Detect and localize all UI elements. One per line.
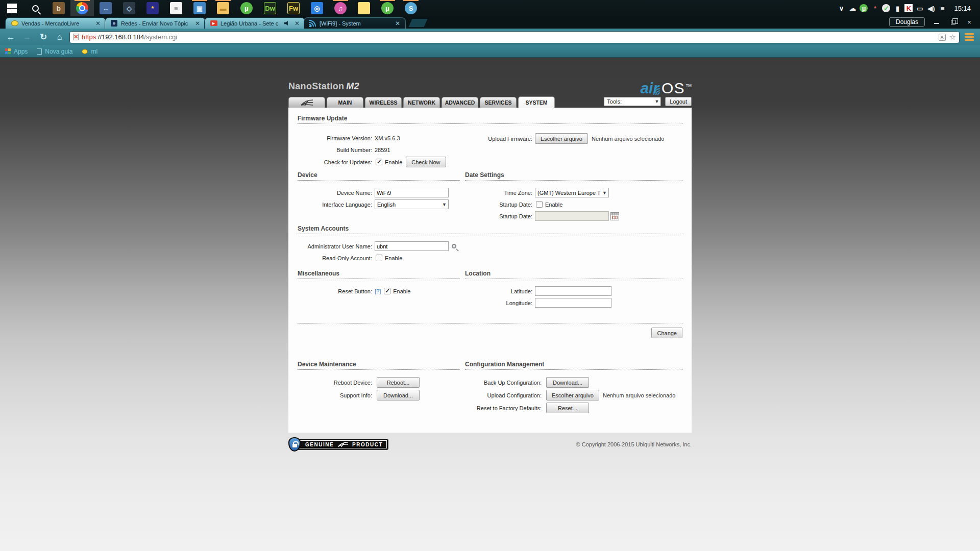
url-path: /system.cgi	[144, 33, 177, 41]
reset-button-label: Reset Button:	[298, 288, 372, 294]
downloader-app-icon[interactable]: b	[47, 0, 70, 16]
photo-viewer-icon[interactable]: ▣	[188, 0, 211, 16]
forward-button[interactable]: →	[20, 31, 34, 44]
action-center-icon[interactable]: ≡	[937, 3, 948, 14]
onedrive-icon[interactable]: ☁	[847, 3, 858, 14]
skype-icon[interactable]: S	[399, 0, 423, 16]
section-heading: Firmware Update	[298, 115, 682, 124]
home-button[interactable]: ⌂	[53, 31, 66, 44]
check-updates-checkbox[interactable]	[376, 159, 382, 165]
notepad-icon[interactable]: ≡	[164, 0, 188, 16]
search-icon[interactable]	[23, 0, 47, 16]
file-explorer-icon[interactable]: ▬	[211, 0, 235, 16]
bookmark-apps[interactable]: Apps	[5, 48, 28, 55]
music-app-icon[interactable]: ♫	[329, 0, 352, 16]
device-name-input[interactable]	[375, 188, 449, 197]
startup-date-checkbox[interactable]	[536, 201, 543, 208]
sticky-notes-icon[interactable]	[352, 0, 376, 16]
chrome-menu-icon[interactable]	[963, 32, 976, 43]
divider	[298, 323, 682, 323]
tab-close-icon[interactable]: ✕	[293, 21, 301, 26]
utorrent2-icon[interactable]: µ	[376, 0, 399, 16]
upload-firmware-label: Upload Firmware:	[465, 136, 532, 142]
choose-file-button[interactable]: Escolher arquivo	[546, 390, 599, 400]
factory-reset-button[interactable]: Reset...	[546, 403, 589, 413]
windows-logo-icon	[7, 4, 17, 13]
tab-main[interactable]: MAIN	[327, 97, 363, 108]
upload-config-label: Upload Configuration:	[465, 392, 542, 398]
utorrent-icon[interactable]: µ	[235, 0, 258, 16]
network-display-icon[interactable]: ▭	[914, 3, 925, 14]
bookmark-ml[interactable]: ml	[82, 48, 97, 55]
bookmark-nova-guia[interactable]: Nova guia	[37, 48, 72, 55]
tab-close-icon[interactable]: ✕	[394, 21, 401, 26]
dreamweaver-icon[interactable]: Dw	[258, 0, 282, 16]
logout-button[interactable]: Logout	[665, 97, 692, 106]
browser-tab-2[interactable]: » Redes - Enviar Novo Tópic ✕	[105, 17, 206, 29]
browser-tab-active[interactable]: [WiFi9] - System ✕	[304, 17, 406, 29]
restore-button[interactable]	[945, 17, 961, 27]
tab-network[interactable]: NETWORK	[403, 97, 440, 108]
help-link[interactable]: [?]	[375, 288, 381, 294]
backup-download-button[interactable]: Download...	[546, 377, 589, 388]
admin-username-input[interactable]	[375, 241, 449, 251]
check-now-button[interactable]: Check Now	[406, 157, 446, 167]
longitude-input[interactable]	[535, 298, 611, 308]
calendar-icon[interactable]	[610, 212, 619, 220]
remote-desktop-icon[interactable]: ↔	[94, 0, 117, 16]
tray-chevron-icon[interactable]: ∨	[836, 3, 847, 14]
tools-dropdown[interactable]: Tools: ▼	[604, 97, 661, 106]
teamviewer-icon[interactable]: ◎	[305, 0, 329, 16]
no-file-text: Nenhum arquivo selecionado	[592, 136, 664, 142]
tab-advanced[interactable]: ADVANCED	[442, 97, 478, 108]
address-bar[interactable]: × https://192.168.0.184/system.cgi A ☆	[69, 31, 960, 43]
close-button[interactable]: ×	[962, 17, 977, 27]
no-file-text: Nenhum arquivo selecionado	[603, 392, 675, 398]
genuine-product-badge: GENUINE PRODUCT	[288, 439, 388, 450]
kaspersky-icon[interactable]: K	[903, 3, 914, 14]
new-tab-button[interactable]	[408, 19, 427, 27]
minimize-button[interactable]	[929, 17, 944, 27]
browser-tab-1[interactable]: Vendas - MercadoLivre ✕	[5, 17, 106, 29]
reload-button[interactable]: ↻	[37, 31, 50, 44]
time-zone-select[interactable]: (GMT) Western Europe T ▼	[535, 188, 609, 197]
translate-icon[interactable]: A	[939, 34, 946, 41]
bookmark-star-icon[interactable]: ☆	[949, 33, 956, 42]
tab-close-icon[interactable]: ✕	[94, 21, 102, 26]
chrome-icon[interactable]	[70, 0, 94, 16]
profile-button[interactable]: Douglas	[889, 17, 925, 27]
latitude-input[interactable]	[535, 286, 611, 296]
tab-audio-icon[interactable]	[284, 21, 290, 26]
section-system-accounts: System Accounts Administrator User Name:…	[298, 225, 682, 263]
choose-file-button[interactable]: Escolher arquivo	[535, 133, 588, 144]
hardware-tray-icon[interactable]: *	[869, 3, 880, 14]
status-check-icon[interactable]: ✓	[880, 3, 892, 14]
volume-icon[interactable]: ◀)	[925, 3, 937, 14]
fireworks-icon[interactable]: Fw	[282, 0, 305, 16]
utorrent-tray-icon[interactable]: µ	[858, 3, 869, 14]
tab-ubiquiti-logo[interactable]	[288, 97, 325, 108]
windows-start-icon[interactable]	[0, 0, 23, 16]
support-download-button[interactable]: Download...	[377, 390, 420, 400]
tab-wireless[interactable]: WIRELESS	[365, 97, 402, 108]
taskbar-clock[interactable]: 15:14	[949, 5, 975, 12]
mercadolivre-favicon	[11, 19, 18, 27]
tab-services[interactable]: SERVICES	[480, 97, 517, 108]
section-firmware-update: Firmware Update Firmware Version: XM.v5.…	[298, 115, 682, 169]
tab-close-icon[interactable]: ✕	[194, 21, 201, 26]
latitude-label: Latitude:	[465, 288, 532, 294]
insecure-page-icon[interactable]: ×	[73, 34, 79, 40]
change-button[interactable]: Change	[651, 328, 682, 338]
interface-language-select[interactable]: English ▼	[375, 199, 449, 209]
edit-password-icon[interactable]	[452, 244, 456, 248]
virtualbox-icon[interactable]: ◇	[117, 0, 141, 16]
url-scheme: https	[82, 33, 96, 41]
usb-icon[interactable]: ▮	[892, 3, 903, 14]
reset-button-checkbox[interactable]	[384, 288, 390, 294]
paint-app-icon[interactable]: *	[141, 0, 164, 16]
tab-system[interactable]: SYSTEM	[518, 96, 555, 108]
browser-tab-3[interactable]: ▶ Legião Urbana - Sete c ✕	[204, 17, 305, 29]
reboot-button[interactable]: Reboot...	[377, 377, 420, 388]
back-button[interactable]: ←	[4, 31, 17, 44]
readonly-account-checkbox[interactable]	[376, 255, 382, 261]
